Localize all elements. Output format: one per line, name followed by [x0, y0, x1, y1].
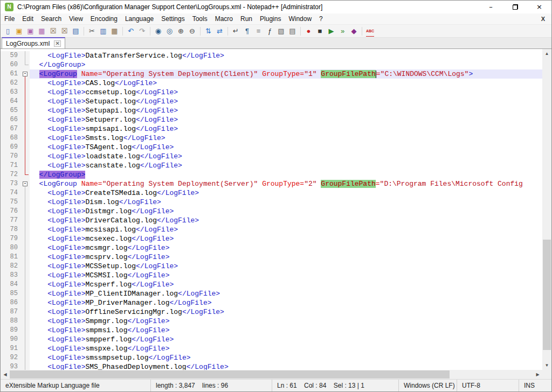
code-text[interactable]: </LogGroup> — [30, 170, 542, 179]
editor-line[interactable]: 59 <LogFile>DataTransferService.log</Log… — [1, 51, 542, 60]
indent-guide-button[interactable]: ≡ — [253, 26, 264, 36]
tab-loggroups-xml[interactable]: LogGroups.xml ✕ — [2, 37, 65, 48]
sync-horizontal-scroll-button[interactable]: ⇄ — [215, 26, 225, 36]
code-text[interactable]: <LogFile>Smsts.log</LogFile> — [30, 134, 542, 143]
document-map-button[interactable]: ▧ — [276, 26, 286, 36]
menu-language[interactable]: Language — [121, 13, 157, 24]
new-file-button[interactable]: ▯ — [3, 26, 13, 36]
code-text[interactable]: <LogFile>MCSSetup.log</LogFile> — [30, 262, 542, 271]
editor-line[interactable]: 93 <LogFile>SMS_PhasedDeployment.log</Lo… — [1, 362, 542, 370]
code-text[interactable]: <LogFile>SMS_PhasedDeployment.log</LogFi… — [30, 362, 542, 370]
editor-line[interactable]: 81 <LogFile>mcsprv.log</LogFile> — [1, 253, 542, 262]
code-text[interactable]: <LogFile>MP_DriverManager.log</LogFile> — [30, 298, 542, 307]
editor-line[interactable]: 90 <LogFile>smpperf.log</LogFile> — [1, 335, 542, 344]
editor-line[interactable]: 63 <LogFile>ccmsetup.log</LogFile> — [1, 88, 542, 97]
code-text[interactable]: <LogFile>Dism.log</LogFile> — [30, 198, 542, 207]
editor-line[interactable]: 92 <LogFile>smssmpsetup.log</LogFile> — [1, 353, 542, 362]
document-close-x[interactable]: X — [535, 13, 551, 25]
restore-button[interactable] — [503, 1, 527, 13]
editor-line[interactable]: 80 <LogFile>mcsmgr.log</LogFile> — [1, 243, 542, 253]
close-file-button[interactable]: ☒ — [48, 26, 58, 36]
editor-line[interactable]: 64 <LogFile>Setupact.log</LogFile> — [1, 97, 542, 106]
editor-line[interactable]: 70 <LogFile>loadstate.log</LogFile> — [1, 152, 542, 161]
macro-play-button[interactable]: ▶ — [326, 26, 336, 36]
macro-record-button[interactable]: ● — [303, 26, 314, 36]
code-text[interactable]: <LogGroup Name="Operating System Deploym… — [30, 69, 542, 79]
editor-line[interactable]: 71 <LogFile>scanstate.log</LogFile> — [1, 161, 542, 170]
code-text[interactable]: </LogGroup> — [30, 60, 542, 69]
editor-line[interactable]: 87 <LogFile>OfflineServicingMgr.log</Log… — [1, 307, 542, 317]
editor-line[interactable]: 60 </LogGroup> — [1, 60, 542, 69]
scroll-down-arrow-icon[interactable]: ▼ — [542, 361, 551, 370]
code-text[interactable]: <LogFile>DriverCatalog.log</LogFile> — [30, 216, 542, 225]
menu-search[interactable]: Search — [37, 13, 65, 24]
save-all-button[interactable]: ▦ — [37, 26, 47, 36]
menu-view[interactable]: View — [65, 13, 87, 24]
menu-plugins[interactable]: Plugins — [256, 13, 285, 24]
fold-toggle-icon[interactable]: - — [21, 179, 30, 188]
editor-line[interactable]: 76 <LogFile>Distmgr.log</LogFile> — [1, 207, 542, 216]
code-text[interactable]: <LogFile>DataTransferService.log</LogFil… — [30, 51, 542, 60]
code-text[interactable]: <LogFile>smpisapi.log</LogFile> — [30, 124, 542, 134]
open-folder-button[interactable]: ▣ — [14, 26, 24, 36]
redo-button[interactable]: ↷ — [137, 26, 147, 36]
editor-line[interactable]: 79 <LogFile>mcsexec.log</LogFile> — [1, 234, 542, 243]
code-text[interactable]: <LogFile>MCSMSI.log</LogFile> — [30, 271, 542, 280]
code-text[interactable]: <LogFile>ccmsetup.log</LogFile> — [30, 88, 542, 97]
close-button[interactable]: × — [527, 1, 551, 13]
menu-help[interactable]: ? — [315, 13, 327, 24]
copy-button[interactable]: ▥ — [98, 26, 108, 36]
editor-line[interactable]: 68 <LogFile>Smsts.log</LogFile> — [1, 134, 542, 143]
editor-line[interactable]: 67 <LogFile>smpisapi.log</LogFile> — [1, 124, 542, 134]
code-text[interactable]: <LogFile>Distmgr.log</LogFile> — [30, 207, 542, 216]
function-list-button[interactable]: ƒ — [265, 26, 275, 36]
editor-line[interactable]: 74 <LogFile>CreateTSMedia.log</LogFile> — [1, 188, 542, 198]
horizontal-scroll-thumb[interactable] — [10, 370, 450, 379]
macro-save-button[interactable]: ◆ — [349, 26, 359, 36]
zoom-out-button[interactable]: ⊖ — [187, 26, 197, 36]
scroll-right-arrow-icon[interactable]: ▶ — [533, 370, 542, 379]
paste-button[interactable]: ▦ — [109, 26, 120, 36]
editor-line[interactable]: 66 <LogFile>Setuperr.log</LogFile> — [1, 115, 542, 124]
code-text[interactable]: <LogFile>Smpmgr.log</LogFile> — [30, 317, 542, 326]
sync-vertical-scroll-button[interactable]: ⇅ — [203, 26, 213, 36]
code-text[interactable]: <LogFile>mcsisapi.log</LogFile> — [30, 225, 542, 234]
code-text[interactable]: <LogFile>CreateTSMedia.log</LogFile> — [30, 188, 542, 198]
undo-button[interactable]: ↶ — [126, 26, 136, 36]
menu-macro[interactable]: Macro — [211, 13, 237, 24]
editor-line[interactable]: 73- <LogGroup Name="Operating System Dep… — [1, 179, 542, 188]
minimize-button[interactable]: – — [479, 1, 503, 13]
menu-file[interactable]: File — [1, 13, 18, 24]
menu-settings[interactable]: Settings — [157, 13, 188, 24]
vertical-scrollbar[interactable]: ▲ ▼ — [542, 49, 551, 379]
editor-line[interactable]: 89 <LogFile>smpmsi.log</LogFile> — [1, 326, 542, 335]
vertical-scroll-track[interactable] — [542, 58, 551, 361]
code-text[interactable]: <LogFile>Setupapi.log</LogFile> — [30, 106, 542, 115]
macro-run-multiple-button[interactable]: » — [337, 26, 348, 36]
code-text[interactable]: <LogFile>mcsexec.log</LogFile> — [30, 234, 542, 243]
code-text[interactable]: <LogFile>smssmpsetup.log</LogFile> — [30, 353, 542, 362]
status-insert-mode[interactable]: INS — [519, 380, 551, 391]
code-text[interactable]: <LogFile>smpperf.log</LogFile> — [30, 335, 542, 344]
code-text[interactable]: <LogFile>scanstate.log</LogFile> — [30, 161, 542, 170]
horizontal-scrollbar[interactable]: ◀ ▶ — [1, 370, 542, 379]
editor-line[interactable]: 86 <LogFile>MP_DriverManager.log</LogFil… — [1, 298, 542, 307]
scroll-left-arrow-icon[interactable]: ◀ — [1, 370, 10, 379]
code-text[interactable]: <LogFile>OfflineServicingMgr.log</LogFil… — [30, 307, 542, 317]
horizontal-scroll-track[interactable] — [10, 370, 533, 379]
close-all-button[interactable]: ☒ — [59, 26, 70, 36]
editor-line[interactable]: 78 <LogFile>mcsisapi.log</LogFile> — [1, 225, 542, 234]
status-encoding[interactable]: UTF-8 — [457, 380, 519, 391]
code-text[interactable]: <LogFile>TSAgent.log</LogFile> — [30, 143, 542, 152]
editor-line[interactable]: 62 <LogFile>CAS.log</LogFile> — [1, 79, 542, 88]
code-text[interactable]: <LogFile>smspxe.log</LogFile> — [30, 344, 542, 353]
scroll-up-arrow-icon[interactable]: ▲ — [542, 49, 551, 58]
editor-line[interactable]: 65 <LogFile>Setupapi.log</LogFile> — [1, 106, 542, 115]
menu-window[interactable]: Window — [285, 13, 315, 24]
fold-toggle-icon[interactable]: - — [21, 69, 30, 79]
cut-button[interactable]: ✂ — [87, 26, 97, 36]
code-text[interactable]: <LogFile>Setuperr.log</LogFile> — [30, 115, 542, 124]
editor[interactable]: 59 <LogFile>DataTransferService.log</Log… — [1, 49, 542, 370]
editor-line[interactable]: 91 <LogFile>smspxe.log</LogFile> — [1, 344, 542, 353]
vertical-scroll-thumb[interactable] — [543, 240, 551, 350]
